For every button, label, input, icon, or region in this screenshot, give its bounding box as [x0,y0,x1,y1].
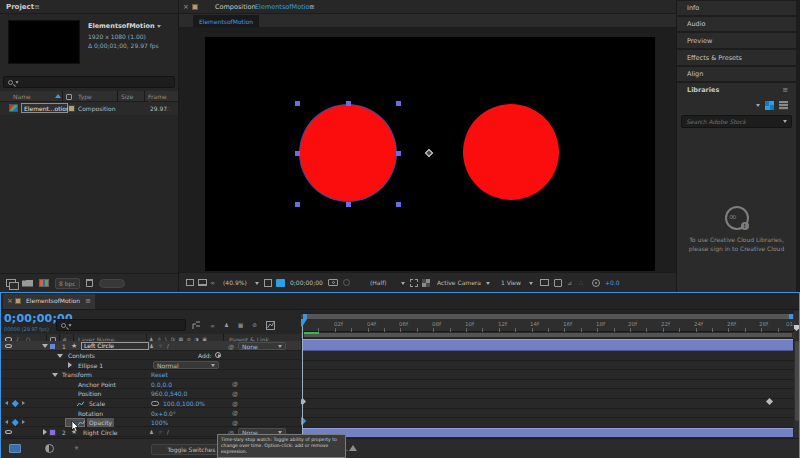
project-flowchart-button[interactable] [99,279,125,288]
close-panel-icon[interactable]: × [183,3,189,11]
camera-view-popup[interactable]: Active Camera [437,279,481,286]
pixel-aspect-correction-icon[interactable] [554,279,562,287]
chevron-down-icon[interactable] [255,282,259,285]
property-row-transform[interactable]: Transform Reset [1,370,301,380]
magnification-popup[interactable]: (40.9%) [223,279,247,286]
libraries-search-input[interactable]: Search Adobe Stock [681,115,792,128]
layer1-duration-bar[interactable] [303,339,793,351]
snapshot-stack-icon[interactable] [186,279,194,286]
expression-icon[interactable]: @ [232,380,238,387]
selection-handle[interactable] [295,202,300,207]
layer-name-box[interactable]: Left Circle [81,342,149,351]
previous-keyframe-icon[interactable] [5,401,8,405]
panel-menu-icon[interactable]: ≡ [782,86,788,94]
panel-tab-effects-presets[interactable]: Effects & Presets [677,50,796,65]
tab-project[interactable]: Project [6,3,34,11]
fast-previews-icon[interactable]: ⊿ [567,279,572,286]
rotation-value[interactable]: 0x+0.0° [151,410,176,417]
layer-switches[interactable]: ♟ ☼ / [149,429,169,435]
exposure-value[interactable]: +0.0 [605,279,620,286]
anchor-point-icon[interactable] [425,149,433,157]
graph-toggle-icon[interactable] [78,420,85,426]
panel-tab-preview[interactable]: Preview [677,33,796,48]
left-circle-shape[interactable] [300,105,396,201]
layer-color-swatch[interactable] [49,343,56,350]
resolution-popup[interactable]: (Half) [370,279,387,286]
quality-switch[interactable]: / [167,343,169,349]
mini-flowchart-icon[interactable]: ∴ [579,279,583,286]
twirl-open-icon[interactable] [57,354,63,358]
property-row-rotation[interactable]: Rotation 0x+0.0° @ [1,408,301,418]
project-item-thumbnail[interactable] [8,20,80,64]
expression-icon[interactable]: @ [232,390,238,397]
opacity-value[interactable]: 100% [151,419,168,426]
bit-depth-button[interactable]: 8 bpc [55,278,80,289]
time-ruler[interactable]: 02f 04f 06f 08f 10f 12f 14f 16f 18f 20f … [301,319,794,332]
expression-icon[interactable]: @ [232,419,238,426]
add-property-icon[interactable] [215,352,221,358]
list-view-icon[interactable] [779,101,788,110]
eye-icon[interactable] [5,430,12,435]
viewer-tab-active[interactable]: ElementsofMotion [193,15,259,27]
comp-marker-bin-icon[interactable] [794,325,799,331]
playhead-handle[interactable] [301,319,307,327]
blend-mode-dropdown[interactable]: Normal [153,361,219,369]
layer2-duration-bar[interactable] [303,428,793,437]
panel-tab-info[interactable]: Info [677,1,796,15]
panel-menu-icon[interactable]: ≡ [309,3,315,11]
anchor-point-value[interactable]: 0.0,0.0 [151,381,172,388]
draft-3d-icon[interactable]: ∞ [210,322,215,329]
project-item-row[interactable]: Element...otion Composition 29.97 ∴ [0,102,178,115]
grid-guides-icon[interactable] [264,279,272,287]
panel-tab-audio[interactable]: Audio [677,17,796,31]
parent-pickwhip-icon[interactable]: @ [228,343,234,350]
shared-view-icon[interactable] [540,279,549,286]
hide-shy-layers-icon[interactable]: ♟ [224,322,229,328]
expression-icon[interactable]: @ [232,400,238,407]
region-of-interest-icon[interactable] [410,279,418,287]
label-column-icon[interactable] [66,94,72,100]
view-layout-popup[interactable]: 1 View [501,279,521,286]
interpret-footage-icon[interactable] [6,279,16,287]
timeline-search-input[interactable] [56,319,186,331]
work-area-bar[interactable] [301,332,794,338]
frame-blending-icon[interactable]: ▦ [238,322,243,328]
layer-switches-pane-icon[interactable] [9,444,21,453]
panel-tab-align[interactable]: Align [677,67,796,81]
preview-monitor-icon[interactable] [198,279,207,286]
label-color-swatch[interactable] [68,105,75,112]
libraries-header[interactable]: Libraries ≡ [677,83,796,97]
vertical-scrollbar[interactable] [795,341,799,421]
reset-exposure-icon[interactable] [592,279,600,287]
keyframe-toggle-icon[interactable] [12,419,18,425]
collapse-switch[interactable]: ☼ [158,429,163,435]
mask-visibility-icon[interactable] [276,279,285,287]
eye-icon[interactable] [5,344,12,349]
selection-handle[interactable] [346,101,351,106]
timeline-tab-label[interactable]: ElementsofMotion [26,297,80,304]
graph-editor-icon[interactable] [266,321,275,330]
in-out-duration-pane-icon[interactable]: ✳ [74,444,79,451]
column-name[interactable]: Name [13,93,31,100]
selection-handle[interactable] [396,101,401,106]
project-item-name[interactable]: ElementsofMotion [88,22,155,30]
layer-row-left-circle[interactable]: 1 ★ Left Circle ♟ ☼ / @ None [1,341,301,351]
transparency-grid-icon[interactable] [422,279,430,287]
property-row-position[interactable]: Position 960.0,540.0 @ [1,389,301,399]
zoom-in-icon[interactable] [349,445,357,451]
layer-color-swatch[interactable] [49,429,56,436]
shy-switch[interactable]: ♟ [149,343,154,349]
selection-handle[interactable] [346,202,351,207]
transform-reset-link[interactable]: Reset [151,371,168,378]
selection-handle[interactable] [396,202,401,207]
expression-icon[interactable]: @ [232,409,238,416]
vr-goggles-icon[interactable]: ∞ [210,279,215,286]
property-row-contents[interactable]: Contents Add: [1,351,301,361]
twirl-closed-icon[interactable] [68,362,72,368]
delete-trash-icon[interactable] [86,279,93,287]
constrain-proportions-icon[interactable] [151,401,159,406]
tab-composition-name[interactable]: ElementsofMotion [255,3,314,11]
viewer-timecode[interactable]: 0;00;00;00 [290,279,323,286]
chevron-down-icon[interactable] [529,282,533,285]
shy-switch[interactable]: ♟ [149,429,154,435]
